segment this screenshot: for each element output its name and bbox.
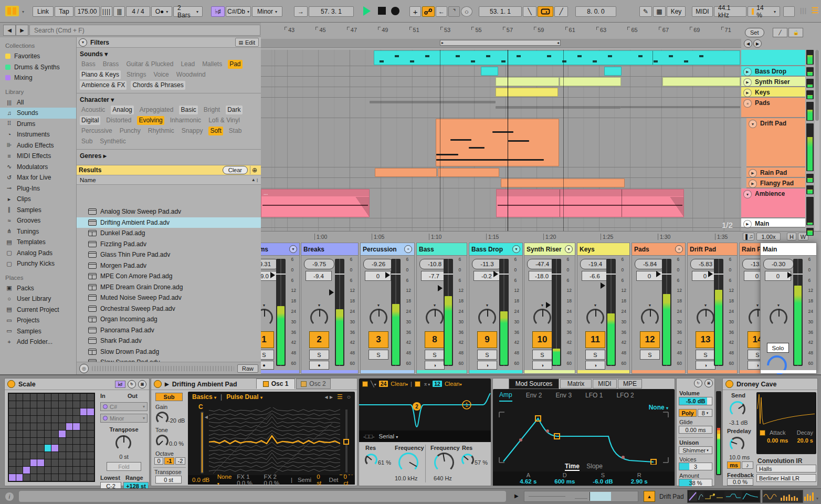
scale-grid-cell[interactable] (45, 452, 51, 459)
scale-grid-cell[interactable] (87, 452, 94, 459)
wavetable-position-slider[interactable] (345, 410, 348, 472)
attack-value[interactable]: 0.00 ms (767, 437, 788, 444)
wavetable-name-select[interactable]: Pulse Dual ▾ (226, 393, 262, 401)
scale-grid-cell[interactable] (73, 459, 80, 466)
track-number-button[interactable]: 10 (532, 331, 552, 348)
track-header-keys[interactable]: ▶Keys (741, 87, 805, 98)
arrangement-position-field[interactable]: 57. 3. 1 (309, 6, 354, 17)
scale-grid-cell[interactable] (16, 474, 23, 481)
scale-grid-cell[interactable] (51, 474, 58, 481)
scale-grid-cell[interactable] (37, 467, 44, 474)
scale-grid-cell[interactable] (16, 416, 23, 423)
freq2-value[interactable]: 640 Hz (434, 475, 452, 481)
device-on-toggle[interactable] (725, 380, 733, 388)
slope-tab[interactable]: Slope (586, 463, 603, 470)
peak-level-value[interactable]: -9.75 (304, 259, 334, 269)
browser-forward-button[interactable]: ▶ (16, 25, 28, 36)
pan-knob[interactable]: ▼ (585, 307, 606, 328)
punch-out-button[interactable]: ╱ (554, 6, 568, 17)
loop-toggle-button[interactable] (538, 6, 553, 17)
lock-envelopes-button[interactable]: 🔒 (788, 28, 803, 37)
gain-value[interactable]: -6.6 (582, 271, 608, 281)
sustain-value[interactable]: -6.0 dB (593, 478, 613, 485)
scale-grid-cell[interactable] (51, 423, 58, 430)
scale-grid-cell[interactable] (37, 394, 44, 401)
filter-tag-punchy[interactable]: Punchy (118, 127, 142, 135)
clip[interactable] (496, 189, 684, 217)
scale-grid-cell[interactable] (66, 467, 73, 474)
edit-filters-button[interactable]: ▤Edit (235, 38, 259, 47)
semi-value[interactable]: 0 st (317, 474, 323, 486)
clip[interactable] (438, 168, 499, 177)
pan-knob[interactable]: ▼ (532, 307, 553, 328)
time-stretch-factor[interactable]: 1.00x (756, 233, 781, 240)
scale-grid-cell[interactable] (30, 430, 37, 437)
sidebar-item-samples[interactable]: ▭Samples (0, 326, 76, 337)
strip-header[interactable]: Percussion≡ (361, 243, 414, 256)
scale-grid-cell[interactable] (51, 438, 58, 445)
filter2-res-knob[interactable] (460, 452, 476, 468)
scale-grid-cell[interactable] (9, 423, 16, 430)
add-filter-button[interactable]: ⊕ (250, 166, 259, 174)
fold-icon[interactable]: ▼ (743, 190, 752, 198)
scale-grid-cell[interactable] (51, 401, 58, 408)
play-button[interactable] (363, 6, 371, 16)
filter-tag-acoustic[interactable]: Acoustic (80, 106, 107, 114)
filter-tag-woodwind[interactable]: Woodwind (175, 70, 207, 79)
track-number-button[interactable]: 11 (585, 331, 605, 348)
gain-value[interactable]: -9.4 (306, 271, 332, 281)
filters-collapse-icon[interactable]: ▼ (79, 38, 87, 47)
scale-awareness-icon[interactable]: ♭♯ (115, 381, 125, 388)
track-header-drift-pad[interactable]: ▼Drift Pad (746, 118, 805, 167)
track-number-button[interactable]: 2 (309, 331, 329, 348)
filter-tag-analog[interactable]: Analog (111, 106, 133, 114)
lane-pads[interactable] (261, 98, 741, 118)
filter-group-title[interactable]: Character ▾ (80, 96, 258, 103)
filter-tag-guitar-plucked[interactable]: Guitar & Plucked (124, 60, 175, 69)
scale-grid-cell[interactable] (87, 474, 94, 481)
punch-in-button[interactable]: ╲ (523, 6, 536, 17)
scale-grid-cell[interactable] (16, 452, 23, 459)
track-name[interactable]: Flangy Pad (760, 180, 794, 187)
scale-grid-cell[interactable] (59, 394, 66, 401)
ir-category-select[interactable]: Halls (756, 465, 816, 472)
strip-header-icon[interactable]: ≡ (404, 245, 412, 253)
tab-osc2[interactable]: Osc 2 (296, 379, 331, 389)
solo-button[interactable]: S (532, 350, 552, 360)
filter-tag-chords-phrases[interactable]: Chords & Phrases (131, 81, 185, 90)
sidebar-item-plug-ins[interactable]: ⊸Plug-Ins (0, 183, 76, 194)
device-on-toggle[interactable] (154, 380, 162, 388)
scale-grid-cell[interactable] (37, 452, 44, 459)
result-item[interactable]: Slow Sweep Pad.adv (77, 357, 261, 362)
scale-grid-cell[interactable] (16, 401, 23, 408)
scale-grid-cell[interactable] (73, 438, 80, 445)
strip-header[interactable]: Main (761, 243, 816, 256)
scale-grid-cell[interactable] (23, 452, 30, 459)
sidebar-item-tunings[interactable]: ⋔Tunings (0, 226, 76, 237)
scale-grid-cell[interactable] (45, 474, 51, 481)
scale-grid-cell[interactable] (45, 423, 51, 430)
strip-header[interactable]: Keys (577, 243, 629, 256)
env-tab-env2[interactable]: Env 2 (526, 391, 542, 401)
voices-value[interactable]: 3 (679, 463, 712, 470)
track-number-button[interactable]: 8 (425, 331, 445, 348)
device-on-toggle[interactable] (7, 380, 15, 388)
sidebar-item-packs[interactable]: ▣Packs (0, 283, 76, 294)
result-item[interactable]: Dunkel Pad.adg (77, 228, 261, 239)
scale-grid-cell[interactable] (73, 445, 80, 452)
track-number-button[interactable]: 12 (640, 331, 660, 348)
scale-root-select[interactable]: C#▾ (100, 402, 148, 411)
track-name[interactable]: Rain Pad (760, 169, 787, 176)
filter-group-title[interactable]: Sounds ▾ (80, 50, 258, 58)
scale-grid-cell[interactable] (59, 452, 66, 459)
scale-grid-cell[interactable] (80, 467, 87, 474)
bar-ruler[interactable]: 434547495153555759616365676971 (261, 25, 741, 39)
osc-fx1[interactable]: FX 1 0.0 % (237, 474, 258, 486)
filter-tag-bass[interactable]: Bass (80, 60, 97, 69)
adsr-plot[interactable] (497, 410, 670, 465)
filter1-res-knob[interactable] (363, 452, 379, 468)
scale-grid-cell[interactable] (37, 416, 44, 423)
track-header-flangy-pad[interactable]: ▶Flangy Pad (746, 178, 805, 188)
scale-grid-cell[interactable] (30, 394, 37, 401)
play-track-icon[interactable]: ▶ (749, 169, 757, 177)
